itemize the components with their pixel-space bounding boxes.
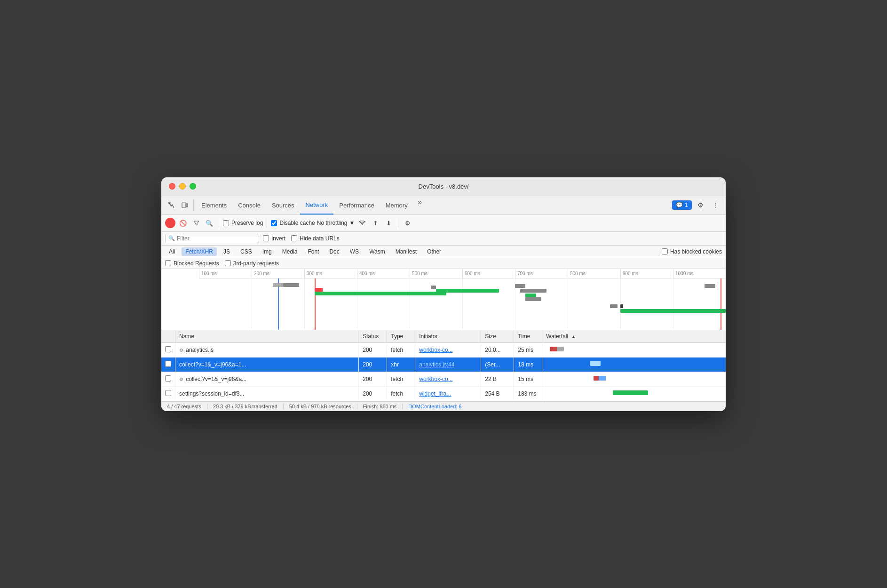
filter-doc[interactable]: Doc (325, 247, 343, 256)
svg-rect-1 (182, 203, 186, 207)
table-row[interactable]: settings?session_id=df3... 200 fetch wid… (161, 386, 726, 401)
toolbar-sep-2 (219, 218, 219, 228)
inspect-element-button[interactable] (165, 199, 178, 212)
col-header-type[interactable]: Type (387, 330, 415, 343)
col-header-status[interactable]: Status (359, 330, 387, 343)
row-2-type: xhr (387, 357, 415, 372)
row-4-checkbox[interactable] (165, 390, 171, 396)
settings-button[interactable]: ⚙ (694, 199, 707, 212)
row-1-wf-cell (546, 345, 722, 355)
invert-checkbox[interactable] (263, 235, 269, 241)
type-filter-bar: All Fetch/XHR JS CSS Img Media Font Doc … (161, 246, 726, 258)
filter-all[interactable]: All (165, 247, 179, 256)
filter-img[interactable]: Img (259, 247, 276, 256)
row-1-initiator: workbox-co... (415, 342, 481, 357)
clear-button[interactable]: 🚫 (177, 217, 189, 229)
row-1-type: fetch (387, 342, 415, 357)
row-2-checkbox[interactable] (165, 361, 171, 367)
grid-line-3 (357, 278, 357, 330)
tab-network[interactable]: Network (300, 196, 334, 215)
invert-label[interactable]: Invert (263, 235, 285, 242)
wf-bar-3b (436, 289, 499, 293)
hide-data-urls-checkbox[interactable] (291, 235, 297, 241)
blocked-requests-label[interactable]: Blocked Requests (165, 260, 219, 267)
more-tabs-button[interactable]: » (413, 196, 427, 209)
col-header-checkbox (161, 330, 175, 343)
wifi-icon-btn[interactable] (356, 217, 368, 229)
tab-sources[interactable]: Sources (266, 196, 300, 215)
third-party-requests-checkbox[interactable] (225, 260, 231, 266)
row-checkbox-cell[interactable] (161, 386, 175, 401)
network-settings-button[interactable]: ⚙ (402, 217, 413, 229)
table-row[interactable]: ⚙ collect?v=1&_v=j96&a... 200 fetch work… (161, 372, 726, 386)
row-1-checkbox[interactable] (165, 346, 171, 352)
disable-cache-label[interactable]: Disable cache (271, 220, 315, 226)
tick-500ms: 500 ms (410, 269, 462, 278)
wf-bar-1b (283, 283, 299, 287)
col-header-waterfall[interactable]: Waterfall ▲ (542, 330, 726, 343)
filter-button[interactable] (190, 217, 202, 229)
table-row[interactable]: collect?v=1&_v=j96&a=1... 200 xhr analyt… (161, 357, 726, 372)
search-button[interactable]: 🔍 (204, 217, 215, 229)
col-header-time[interactable]: Time (514, 330, 542, 343)
tab-console[interactable]: Console (232, 196, 266, 215)
preserve-log-checkbox[interactable] (223, 220, 229, 226)
dom-event-line-red1 (315, 278, 316, 330)
row-checkbox-cell[interactable] (161, 357, 175, 372)
issues-count: 1 (685, 202, 688, 208)
grid-line-2 (304, 278, 305, 330)
record-button[interactable] (165, 218, 175, 228)
toolbar-right: 💬 1 ⚙ ⋮ (672, 199, 722, 212)
disable-cache-checkbox[interactable] (271, 220, 277, 226)
filter-fetch-xhr[interactable]: Fetch/XHR (182, 247, 217, 256)
row-checkbox-cell[interactable] (161, 372, 175, 386)
col-header-name[interactable]: Name (175, 330, 359, 343)
third-party-requests-label[interactable]: 3rd-party requests (225, 260, 279, 267)
row-checkbox-cell[interactable] (161, 342, 175, 357)
blocked-requests-checkbox[interactable] (165, 260, 171, 266)
row-4-initiator: widget_ifra... (415, 386, 481, 401)
maximize-button[interactable] (190, 183, 196, 190)
grid-line-1 (252, 278, 252, 330)
filter-js[interactable]: JS (220, 247, 234, 256)
row-3-checkbox[interactable] (165, 375, 171, 381)
has-blocked-cookies-label[interactable]: Has blocked cookies (662, 248, 722, 255)
filter-wasm[interactable]: Wasm (365, 247, 389, 256)
col-header-initiator[interactable]: Initiator (415, 330, 481, 343)
tick-100ms: 100 ms (199, 269, 252, 278)
filter-ws[interactable]: WS (346, 247, 363, 256)
filter-media[interactable]: Media (278, 247, 301, 256)
toolbar-sep-4 (398, 218, 398, 228)
table-row[interactable]: ⚙ analytics.js 200 fetch workbox-co... 2… (161, 342, 726, 357)
wf-bar-4d (525, 297, 541, 301)
throttle-select[interactable]: No throttling ▼ (317, 220, 355, 226)
preserve-log-label[interactable]: Preserve log (223, 220, 263, 226)
filter-input[interactable] (177, 235, 256, 242)
has-blocked-cookies-checkbox[interactable] (662, 248, 668, 254)
row-2-wf-bar (590, 361, 601, 366)
tab-memory[interactable]: Memory (380, 196, 413, 215)
wf-bar-2-red2 (320, 288, 323, 292)
issues-badge-button[interactable]: 💬 1 (672, 200, 692, 210)
more-options-button[interactable]: ⋮ (709, 199, 722, 212)
tab-elements[interactable]: Elements (196, 196, 232, 215)
filter-font[interactable]: Font (304, 247, 323, 256)
filter-other[interactable]: Other (423, 247, 445, 256)
col-header-size[interactable]: Size (481, 330, 514, 343)
wf-bar-4c (525, 294, 536, 297)
row-1-status: 200 (359, 342, 387, 357)
filter-manifest[interactable]: Manifest (392, 247, 420, 256)
filter-css[interactable]: CSS (237, 247, 256, 256)
row-3-size: 22 B (481, 372, 514, 386)
extra-filter-bar: Blocked Requests 3rd-party requests (161, 258, 726, 269)
minimize-button[interactable] (179, 183, 186, 190)
device-mode-button[interactable] (178, 199, 191, 212)
hide-data-urls-label[interactable]: Hide data URLs (291, 235, 340, 242)
download-button[interactable]: ⬇ (383, 217, 394, 229)
tab-performance[interactable]: Performance (333, 196, 380, 215)
close-button[interactable] (169, 183, 175, 190)
row-1-waterfall (542, 342, 726, 357)
transferred-size: 20.3 kB / 379 kB transferred (207, 404, 284, 409)
upload-button[interactable]: ⬆ (370, 217, 381, 229)
row-3-type: fetch (387, 372, 415, 386)
